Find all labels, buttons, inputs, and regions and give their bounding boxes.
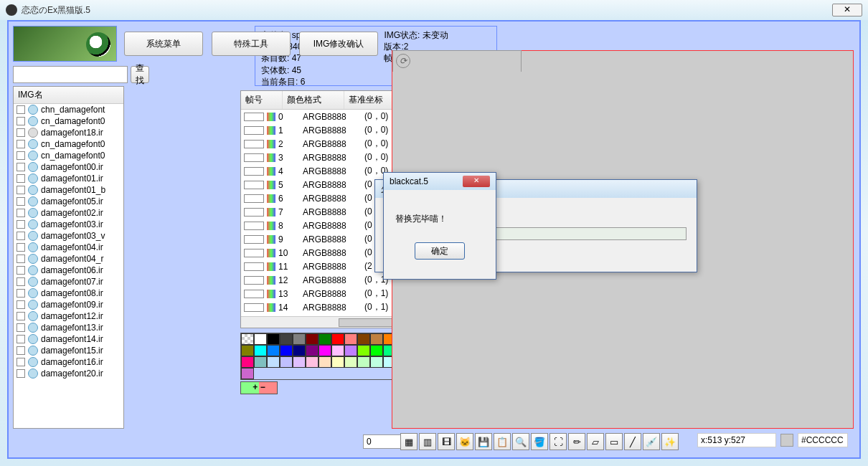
checkbox[interactable] — [244, 113, 264, 121]
wand-icon[interactable]: ✨ — [661, 433, 679, 450]
checkbox[interactable] — [16, 117, 25, 125]
checkbox[interactable] — [244, 290, 264, 298]
dialog-close-button[interactable]: ✕ — [463, 176, 490, 187]
save-icon[interactable]: 💾 — [475, 433, 492, 450]
copy-icon[interactable]: 📋 — [494, 433, 511, 450]
pencil-icon[interactable]: ✏ — [568, 433, 585, 450]
color-swatch[interactable] — [357, 333, 370, 345]
rect-icon[interactable]: ▭ — [605, 433, 623, 450]
system-menu-button[interactable]: 系统菜单 — [124, 32, 203, 56]
list-item[interactable]: damagefont05.ir — [14, 196, 123, 207]
color-swatch[interactable] — [241, 368, 254, 379]
color-swatch[interactable] — [344, 333, 357, 345]
checkbox[interactable] — [16, 151, 25, 160]
search-button[interactable]: 查找 — [131, 66, 149, 83]
list-item[interactable]: damagefont13.ir — [14, 322, 123, 333]
list-item[interactable]: damagefont14.ir — [14, 333, 123, 345]
grid-icon[interactable]: ▦ — [400, 433, 418, 450]
color-swatch[interactable] — [331, 345, 344, 356]
layers-icon[interactable]: ▥ — [419, 433, 436, 450]
color-swatch[interactable] — [331, 356, 344, 368]
palette-plusminus[interactable]: + − — [240, 381, 278, 394]
list-item[interactable]: damagefont15.ir — [14, 345, 123, 356]
checkbox[interactable] — [16, 209, 25, 217]
window-close-button[interactable]: ✕ — [832, 4, 862, 16]
list-item[interactable]: damagefont04_r — [14, 253, 123, 265]
checkbox[interactable] — [16, 163, 25, 171]
zoom-spin[interactable] — [363, 434, 403, 449]
checkbox[interactable] — [16, 323, 25, 332]
checkbox[interactable] — [16, 346, 25, 355]
list-item[interactable]: damagefont16.ir — [14, 356, 123, 368]
list-item[interactable]: chn_damagefont — [14, 104, 123, 115]
color-swatch[interactable] — [319, 345, 331, 356]
checkbox[interactable] — [244, 208, 264, 217]
checkbox[interactable] — [16, 358, 25, 366]
zoom-icon[interactable]: 🔍 — [512, 433, 529, 450]
color-swatch[interactable] — [357, 345, 370, 356]
checkbox[interactable] — [244, 126, 264, 135]
checkbox[interactable] — [244, 153, 264, 162]
checkbox[interactable] — [16, 289, 25, 298]
list-item[interactable]: damagefont06.ir — [14, 265, 123, 276]
checkbox[interactable] — [16, 128, 25, 137]
transparent-swatch[interactable] — [241, 333, 254, 345]
line-icon[interactable]: ╱ — [624, 433, 641, 450]
checkbox[interactable] — [244, 222, 264, 230]
checkbox[interactable] — [16, 174, 25, 183]
color-swatch[interactable] — [280, 356, 293, 368]
color-swatch[interactable] — [293, 356, 306, 368]
checkbox[interactable] — [244, 249, 264, 257]
special-tools-button[interactable]: 特殊工具 — [212, 32, 291, 56]
color-swatch[interactable] — [267, 345, 280, 356]
color-swatch[interactable] — [241, 356, 254, 368]
checkbox[interactable] — [16, 255, 25, 263]
color-swatch[interactable] — [293, 333, 306, 345]
color-swatch[interactable] — [306, 333, 319, 345]
bucket-icon[interactable]: 🪣 — [531, 433, 548, 450]
list-item[interactable]: damagefont09.ir — [14, 299, 123, 310]
list-item[interactable]: damagefont01.ir — [14, 173, 123, 184]
search-input[interactable] — [13, 66, 128, 83]
list-item[interactable]: damagefont12.ir — [14, 310, 123, 322]
checkbox[interactable] — [16, 232, 25, 240]
color-swatch[interactable] — [254, 356, 267, 368]
checkbox[interactable] — [16, 243, 25, 252]
color-swatch[interactable] — [319, 333, 331, 345]
checkbox[interactable] — [244, 262, 264, 271]
color-swatch[interactable] — [267, 333, 280, 345]
eraser-icon[interactable]: ▱ — [587, 433, 604, 450]
color-swatch[interactable] — [241, 345, 254, 356]
color-swatch[interactable] — [344, 345, 357, 356]
canvas-tab[interactable]: ⟳ — [392, 50, 522, 72]
list-item[interactable]: damagefont01_b — [14, 184, 123, 196]
checkbox[interactable] — [16, 335, 25, 343]
picker-icon[interactable]: 💉 — [643, 433, 660, 450]
color-swatch[interactable] — [357, 356, 370, 368]
color-swatch[interactable] — [370, 333, 383, 345]
color-swatch[interactable] — [319, 356, 331, 368]
list-item[interactable]: damagefont04.ir — [14, 242, 123, 253]
color-swatch[interactable] — [280, 333, 293, 345]
img-confirm-button[interactable]: IMG修改确认 — [299, 32, 378, 56]
color-swatch[interactable] — [293, 345, 306, 356]
list-item[interactable]: damagefont03_v — [14, 230, 123, 242]
list-item[interactable]: cn_damagefont0 — [14, 138, 123, 150]
checkbox[interactable] — [16, 186, 25, 194]
color-swatch[interactable] — [254, 333, 267, 345]
checkbox[interactable] — [244, 140, 264, 148]
checkbox[interactable] — [16, 312, 25, 320]
list-item[interactable]: damagefont03.ir — [14, 219, 123, 230]
color-swatch[interactable] — [370, 356, 383, 368]
color-swatch[interactable] — [344, 356, 357, 368]
crop-icon[interactable]: ⛶ — [549, 433, 567, 450]
color-swatch[interactable] — [306, 345, 319, 356]
checkbox[interactable] — [244, 181, 264, 189]
color-swatch[interactable] — [331, 333, 344, 345]
color-swatch[interactable] — [254, 345, 267, 356]
checkbox[interactable] — [16, 369, 25, 378]
checkbox[interactable] — [16, 197, 25, 206]
checkbox[interactable] — [244, 235, 264, 244]
checkbox[interactable] — [16, 220, 25, 229]
checkbox[interactable] — [244, 167, 264, 176]
